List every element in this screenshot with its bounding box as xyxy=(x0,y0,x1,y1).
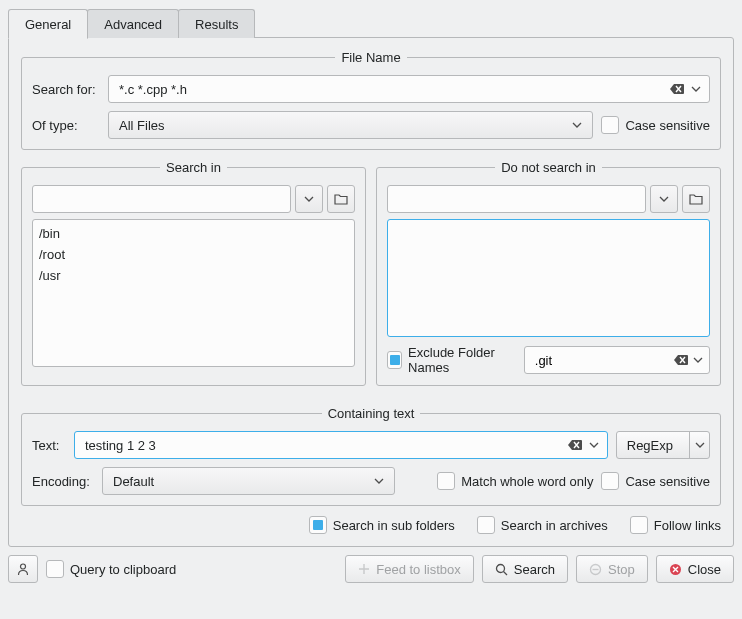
folder-icon xyxy=(689,193,703,205)
checkbox-icon xyxy=(601,116,619,134)
close-icon xyxy=(669,563,682,576)
filename-case-sensitive-label: Case sensitive xyxy=(625,118,710,133)
svg-point-0 xyxy=(21,564,26,569)
search-subfolders-label: Search in sub folders xyxy=(333,518,455,533)
search-button-label: Search xyxy=(514,562,555,577)
backspace-clear-icon[interactable] xyxy=(674,352,688,368)
query-to-clipboard-check[interactable]: Query to clipboard xyxy=(46,560,176,578)
chevron-down-icon xyxy=(568,112,586,138)
search-in-history-button[interactable] xyxy=(295,185,323,213)
group-search-in: Search in /bin /root /usr xyxy=(21,160,366,386)
folder-icon xyxy=(334,193,348,205)
chevron-down-icon[interactable] xyxy=(690,347,705,373)
encoding-value: Default xyxy=(113,474,370,489)
text-input[interactable] xyxy=(83,432,567,458)
checkbox-icon xyxy=(601,472,619,490)
feed-to-listbox-button: Feed to listbox xyxy=(345,555,474,583)
text-case-sensitive-check[interactable]: Case sensitive xyxy=(601,472,710,490)
group-search-in-legend: Search in xyxy=(160,160,227,175)
svg-point-1 xyxy=(496,564,504,572)
search-subfolders-check[interactable]: Search in sub folders xyxy=(309,516,455,534)
checkbox-icon xyxy=(387,351,402,369)
stop-button-label: Stop xyxy=(608,562,635,577)
profile-button[interactable] xyxy=(8,555,38,583)
match-whole-word-label: Match whole word only xyxy=(461,474,593,489)
filename-case-sensitive-check[interactable]: Case sensitive xyxy=(601,116,710,134)
group-containing-text: Containing text Text: RegExp xyxy=(21,406,721,506)
feed-to-listbox-label: Feed to listbox xyxy=(376,562,461,577)
tab-results[interactable]: Results xyxy=(178,9,255,38)
plus-icon xyxy=(358,563,370,575)
group-do-not-search-in-legend: Do not search in xyxy=(495,160,602,175)
chevron-down-icon[interactable] xyxy=(585,432,603,458)
group-containing-text-legend: Containing text xyxy=(322,406,421,421)
chevron-down-icon[interactable] xyxy=(689,432,709,458)
dont-search-path-input[interactable] xyxy=(387,185,646,213)
text-case-sensitive-label: Case sensitive xyxy=(625,474,710,489)
checkbox-icon xyxy=(309,516,327,534)
regexp-button-label: RegExp xyxy=(617,432,683,458)
exclude-folder-names-input-wrap[interactable] xyxy=(524,346,710,374)
checkbox-icon xyxy=(477,516,495,534)
group-file-name: File Name Search for: Of type: All Files xyxy=(21,50,721,150)
list-item[interactable]: /root xyxy=(39,245,348,266)
tab-general[interactable]: General xyxy=(8,9,88,39)
search-in-listbox[interactable]: /bin /root /usr xyxy=(32,219,355,367)
checkbox-icon xyxy=(437,472,455,490)
backspace-clear-icon[interactable] xyxy=(567,437,583,453)
group-do-not-search-in: Do not search in Ex xyxy=(376,160,721,386)
backspace-clear-icon[interactable] xyxy=(669,81,685,97)
follow-links-label: Follow links xyxy=(654,518,721,533)
text-input-wrap[interactable] xyxy=(74,431,608,459)
exclude-folder-names-label: Exclude Folder Names xyxy=(408,345,516,375)
search-for-input[interactable] xyxy=(117,76,669,102)
list-item[interactable]: /usr xyxy=(39,266,348,287)
exclude-folder-names-check[interactable]: Exclude Folder Names xyxy=(387,345,516,375)
encoding-label: Encoding: xyxy=(32,474,94,489)
chevron-down-icon xyxy=(370,468,388,494)
text-label: Text: xyxy=(32,438,66,453)
search-icon xyxy=(495,563,508,576)
search-for-input-wrap[interactable] xyxy=(108,75,710,103)
encoding-combo[interactable]: Default xyxy=(102,467,395,495)
person-icon xyxy=(16,562,30,576)
search-in-browse-button[interactable] xyxy=(327,185,355,213)
tab-panel-general: File Name Search for: Of type: All Files xyxy=(8,37,734,547)
of-type-value: All Files xyxy=(119,118,568,133)
search-for-label: Search for: xyxy=(32,82,100,97)
close-button-label: Close xyxy=(688,562,721,577)
search-button[interactable]: Search xyxy=(482,555,568,583)
of-type-label: Of type: xyxy=(32,118,100,133)
dont-search-listbox[interactable] xyxy=(387,219,710,337)
exclude-folder-names-input[interactable] xyxy=(533,352,675,369)
search-archives-check[interactable]: Search in archives xyxy=(477,516,608,534)
query-to-clipboard-label: Query to clipboard xyxy=(70,562,176,577)
regexp-button[interactable]: RegExp xyxy=(616,431,710,459)
list-item[interactable]: /bin xyxy=(39,224,348,245)
checkbox-icon xyxy=(46,560,64,578)
of-type-combo[interactable]: All Files xyxy=(108,111,593,139)
tab-advanced[interactable]: Advanced xyxy=(87,9,179,38)
search-in-path-input[interactable] xyxy=(32,185,291,213)
follow-links-check[interactable]: Follow links xyxy=(630,516,721,534)
chevron-down-icon[interactable] xyxy=(687,76,705,102)
search-archives-label: Search in archives xyxy=(501,518,608,533)
group-file-name-legend: File Name xyxy=(335,50,406,65)
close-button[interactable]: Close xyxy=(656,555,734,583)
stop-button: Stop xyxy=(576,555,648,583)
dont-search-history-button[interactable] xyxy=(650,185,678,213)
dont-search-browse-button[interactable] xyxy=(682,185,710,213)
stop-icon xyxy=(589,563,602,576)
checkbox-icon xyxy=(630,516,648,534)
match-whole-word-check[interactable]: Match whole word only xyxy=(437,472,593,490)
